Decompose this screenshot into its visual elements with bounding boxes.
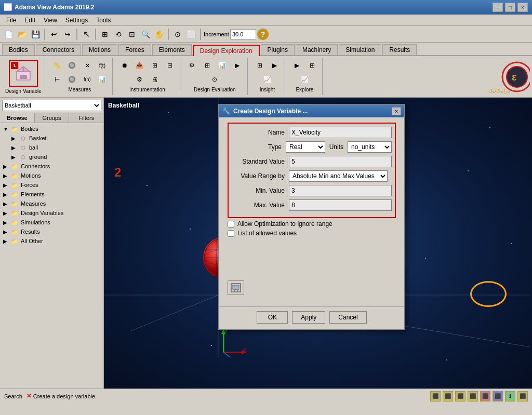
de-btn1[interactable]: ⚙ bbox=[185, 59, 199, 72]
status-icon-2[interactable]: ⬛ bbox=[443, 391, 453, 401]
help-btn[interactable]: ? bbox=[257, 29, 269, 40]
max-value-input[interactable] bbox=[289, 199, 392, 211]
sidebar-tab-filters[interactable]: Filters bbox=[69, 113, 103, 123]
insight-btn3[interactable]: 📈 bbox=[260, 73, 274, 86]
new-btn[interactable]: 📄 bbox=[2, 28, 15, 41]
cancel-button[interactable]: Cancel bbox=[329, 311, 366, 324]
status-icon-5[interactable]: ⬛ bbox=[480, 391, 490, 401]
measures-btn7[interactable]: f(n) bbox=[81, 73, 94, 86]
tree-item-basket[interactable]: ▶ ⬡ Basket bbox=[1, 133, 102, 143]
tree-item-bodies[interactable]: ▼ 📁 Bodies bbox=[1, 124, 102, 133]
zoom-btn[interactable]: 🔍 bbox=[139, 28, 152, 41]
tree-item-ground[interactable]: ▶ ⬡ ground bbox=[1, 152, 102, 162]
value-range-select[interactable]: Absolute Min and Max Values Relative Min… bbox=[289, 170, 388, 182]
instr-btn2[interactable]: 📤 bbox=[133, 59, 147, 72]
minimize-button[interactable]: — bbox=[493, 3, 503, 12]
explore-btn2[interactable]: ⊞ bbox=[305, 59, 319, 72]
view-fit[interactable]: ⊙ bbox=[171, 28, 184, 41]
create-design-variable-dialog[interactable]: 🔧 Create Design Variable ... × Name bbox=[218, 104, 405, 330]
units-select[interactable]: no_units m kg bbox=[348, 141, 392, 153]
de-btn5[interactable]: ⊙ bbox=[208, 73, 221, 86]
tree-item-forces[interactable]: ▶ 📁 Forces bbox=[1, 180, 102, 190]
insight-btn2[interactable]: ▶ bbox=[268, 59, 282, 72]
tab-motions[interactable]: Motions bbox=[82, 44, 117, 55]
select-btn[interactable]: ↖ bbox=[80, 28, 92, 41]
status-icon-1[interactable]: ⬛ bbox=[430, 391, 441, 401]
status-icon-6[interactable]: ⬛ bbox=[493, 391, 503, 401]
menu-edit[interactable]: Edit bbox=[20, 16, 39, 25]
measures-btn6[interactable]: 🔘 bbox=[65, 73, 79, 86]
open-btn[interactable]: 📂 bbox=[16, 28, 28, 41]
status-icon-4[interactable]: ⬛ bbox=[468, 391, 478, 401]
tab-machinery[interactable]: Machinery bbox=[296, 44, 338, 55]
instr-btn4[interactable]: ⊟ bbox=[163, 59, 177, 72]
tree-item-ball[interactable]: ▶ ⬡ ball bbox=[1, 143, 102, 152]
measures-btn3[interactable]: ✕ bbox=[81, 59, 94, 72]
type-select[interactable]: Real Integer String bbox=[286, 141, 325, 153]
tab-simulation[interactable]: Simulation bbox=[339, 44, 381, 55]
rotate-btn[interactable]: ⟲ bbox=[112, 28, 125, 41]
save-btn[interactable]: 💾 bbox=[29, 28, 42, 41]
sidebar-tab-groups[interactable]: Groups bbox=[35, 113, 70, 123]
measures-btn4[interactable]: f(t) bbox=[96, 59, 109, 72]
menu-settings[interactable]: Settings bbox=[61, 16, 92, 25]
de-btn3[interactable]: 📊 bbox=[216, 59, 229, 72]
status-icon-7[interactable]: ℹ bbox=[505, 391, 515, 401]
menu-file[interactable]: File bbox=[2, 16, 20, 25]
tree-item-results[interactable]: ▶ 📁 Results bbox=[1, 227, 102, 236]
view-box[interactable]: ⬜ bbox=[185, 28, 197, 41]
tab-design-exploration[interactable]: Design Exploration bbox=[193, 45, 260, 56]
tree-item-design-variables[interactable]: ▶ 📁 Design Variables bbox=[1, 208, 102, 218]
design-variable-btn[interactable]: 1 bbox=[9, 60, 38, 87]
tree-item-all-other[interactable]: ▶ 📁 All Other bbox=[1, 236, 102, 246]
measures-btn5[interactable]: ⊢ bbox=[50, 73, 64, 86]
instr-btn5[interactable]: ⚙ bbox=[133, 73, 147, 86]
list-allowed-checkbox[interactable] bbox=[228, 230, 234, 237]
min-value-input[interactable] bbox=[289, 185, 392, 196]
instr-btn6[interactable]: 🖨 bbox=[148, 73, 162, 86]
tab-forces[interactable]: Forces bbox=[118, 44, 151, 55]
increment-input[interactable] bbox=[230, 29, 256, 39]
scale-btn[interactable]: ⊡ bbox=[126, 28, 138, 41]
viewport[interactable]: Basketball bbox=[104, 98, 532, 389]
explore-btn1[interactable]: ▶ bbox=[290, 59, 304, 72]
instr-btn3[interactable]: ⊞ bbox=[148, 59, 162, 72]
de-btn2[interactable]: ⊞ bbox=[201, 59, 214, 72]
status-icon-8[interactable]: ⬛ bbox=[517, 391, 528, 401]
undo-btn[interactable]: ↩ bbox=[48, 28, 60, 41]
tab-plugins[interactable]: Plugins bbox=[261, 44, 295, 55]
name-input[interactable] bbox=[289, 127, 392, 138]
instr-btn1[interactable]: ⏺ bbox=[118, 59, 131, 72]
tree-item-connectors[interactable]: ▶ 📁 Connectors bbox=[1, 162, 102, 171]
tree-item-elements[interactable]: ▶ 📁 Elements bbox=[1, 190, 102, 199]
maximize-button[interactable]: □ bbox=[505, 3, 515, 12]
menu-view[interactable]: View bbox=[39, 16, 61, 25]
insight-btn1[interactable]: ⊞ bbox=[253, 59, 267, 72]
tab-connectors[interactable]: Connectors bbox=[36, 44, 81, 55]
tab-results[interactable]: Results bbox=[382, 44, 417, 55]
tree-item-measures[interactable]: ▶ 📁 Measures bbox=[1, 199, 102, 208]
de-btn4[interactable]: ▶ bbox=[231, 59, 244, 72]
measures-btn2[interactable]: 🔘 bbox=[65, 59, 79, 72]
dialog-close-btn[interactable]: × bbox=[392, 107, 401, 115]
tab-bodies[interactable]: Bodies bbox=[2, 44, 35, 55]
model-dropdown[interactable]: Basketball bbox=[2, 100, 101, 111]
allow-optimization-checkbox[interactable] bbox=[228, 221, 234, 227]
dialog-icon-btn[interactable] bbox=[228, 280, 244, 295]
menu-tools[interactable]: Tools bbox=[92, 16, 115, 25]
translate-btn[interactable]: ⊞ bbox=[99, 28, 111, 41]
apply-button[interactable]: Apply bbox=[292, 311, 325, 324]
tree-item-motions[interactable]: ▶ 📁 Motions bbox=[1, 171, 102, 180]
pan-btn[interactable]: ✋ bbox=[153, 28, 165, 41]
explore-btn3[interactable]: 📈 bbox=[298, 73, 311, 86]
tree-item-simulations[interactable]: ▶ 📁 Simulations bbox=[1, 218, 102, 227]
status-icon-3[interactable]: ⬛ bbox=[455, 391, 466, 401]
sidebar-tab-browse[interactable]: Browse bbox=[0, 113, 35, 123]
close-button[interactable]: × bbox=[517, 3, 528, 12]
tab-elements[interactable]: Elements bbox=[152, 44, 192, 55]
measures-btn1[interactable]: 📏 bbox=[50, 59, 64, 72]
standard-value-input[interactable] bbox=[289, 156, 392, 167]
ok-button[interactable]: OK bbox=[257, 311, 288, 324]
redo-btn[interactable]: ↪ bbox=[61, 28, 74, 41]
measures-btn8[interactable]: 📊 bbox=[96, 73, 109, 86]
